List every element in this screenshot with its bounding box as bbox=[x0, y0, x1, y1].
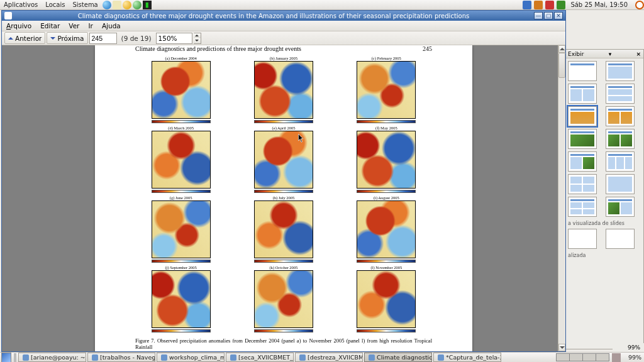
map-label: (a) December 2004 bbox=[165, 56, 197, 60]
layout-thumb[interactable] bbox=[606, 61, 635, 81]
clock[interactable]: Sáb 25 Mai, 19:50 bbox=[567, 1, 631, 8]
panel-menu-places[interactable]: Locais bbox=[42, 1, 69, 8]
tray-icon[interactable] bbox=[557, 1, 565, 9]
layout-thumb[interactable] bbox=[568, 229, 597, 249]
layout-thumb[interactable] bbox=[568, 197, 597, 217]
help-launcher-icon[interactable] bbox=[123, 1, 131, 9]
task-label: workshop_clima_maio… bbox=[169, 354, 225, 361]
menu-view[interactable]: Ver bbox=[64, 22, 84, 30]
page-number-input[interactable] bbox=[89, 33, 117, 44]
window-titlebar[interactable]: Climate diagnostics of three major droug… bbox=[2, 11, 565, 21]
document-viewport[interactable]: Climate diagnostics and predictions of t… bbox=[2, 45, 565, 351]
colorbar bbox=[254, 329, 313, 332]
workspace-switcher[interactable] bbox=[557, 353, 609, 361]
arrow-up-icon bbox=[8, 37, 13, 40]
app-icon bbox=[92, 354, 98, 361]
colorbar bbox=[254, 190, 313, 193]
maximize-button[interactable]: ▢ bbox=[544, 12, 553, 19]
task-btn[interactable]: [destreza_XVIICBMET_… bbox=[295, 353, 363, 362]
task-btn[interactable]: [seca_XVIICBMET_201… bbox=[226, 353, 294, 362]
map-panel bbox=[152, 131, 211, 189]
vertical-scrollbar[interactable] bbox=[558, 45, 565, 351]
close-icon[interactable]: × bbox=[636, 51, 641, 57]
figure-caption: Figure 7. Observed precipitation anomali… bbox=[135, 337, 432, 350]
map-panel bbox=[152, 270, 211, 328]
layout-thumb[interactable] bbox=[568, 174, 597, 194]
mail-launcher-icon[interactable] bbox=[113, 1, 121, 9]
impress-task-pane: Exibir ▾ × a visualizada de slides aliza… bbox=[565, 49, 644, 349]
zoom-combo[interactable]: 150% bbox=[156, 33, 192, 44]
task-btn[interactable]: [trabalhos - Navegad… bbox=[87, 353, 155, 362]
minimize-button[interactable]: — bbox=[534, 12, 543, 19]
layout-thumb[interactable] bbox=[606, 84, 635, 104]
map-label: (l) November 2005 bbox=[370, 265, 402, 270]
task-btn[interactable]: *Captura_de_tela-3.p… bbox=[433, 353, 501, 362]
scroll-thumb[interactable] bbox=[558, 53, 565, 78]
show-desktop-button[interactable] bbox=[1, 353, 11, 363]
next-page-button[interactable]: Próxima bbox=[47, 32, 87, 44]
colorbar bbox=[357, 190, 416, 193]
prev-page-button[interactable]: Anterior bbox=[4, 32, 45, 44]
scroll-up-button[interactable] bbox=[558, 45, 565, 53]
colorbar bbox=[357, 329, 416, 332]
impress-zoom-status: 99% bbox=[613, 343, 644, 352]
task-btn[interactable]: workshop_clima_maio… bbox=[157, 353, 225, 362]
layout-thumb[interactable] bbox=[568, 106, 597, 126]
layout-thumb[interactable] bbox=[606, 151, 635, 172]
layout-thumb[interactable] bbox=[568, 151, 597, 172]
terminal-launcher-icon[interactable]: ▮ bbox=[143, 1, 152, 9]
task-btn[interactable]: [ariane@poayu: ~/Dr… bbox=[18, 353, 86, 362]
app-icon bbox=[161, 354, 167, 361]
menu-go[interactable]: Ir bbox=[84, 22, 97, 30]
layout-thumb[interactable] bbox=[606, 197, 635, 217]
evince-window: Climate diagnostics of three major droug… bbox=[1, 10, 566, 352]
layout-thumb[interactable] bbox=[568, 129, 597, 149]
layout-thumb[interactable] bbox=[606, 129, 635, 149]
trash-icon[interactable] bbox=[612, 353, 621, 362]
panel-menu-system[interactable]: Sistema bbox=[69, 1, 101, 8]
shutdown-icon[interactable] bbox=[635, 1, 644, 9]
zoom-decrease-button[interactable] bbox=[194, 38, 201, 43]
layout-thumb[interactable] bbox=[606, 229, 635, 249]
tray-icon[interactable] bbox=[545, 1, 554, 9]
app-icon bbox=[369, 354, 375, 361]
colorbar bbox=[254, 260, 313, 263]
task-label: *Captura_de_tela-3.p… bbox=[446, 354, 501, 361]
tray-icon[interactable] bbox=[534, 1, 543, 9]
tray-icon[interactable] bbox=[523, 1, 531, 9]
scroll-down-button[interactable] bbox=[558, 344, 565, 351]
menu-file[interactable]: Arquivo bbox=[2, 22, 36, 30]
map-panel bbox=[152, 200, 211, 258]
zoom-increase-button[interactable] bbox=[194, 33, 201, 38]
arrow-down-icon bbox=[50, 37, 55, 40]
colorbar bbox=[152, 260, 211, 263]
impress-header-dropdown-icon[interactable]: ▾ bbox=[609, 51, 612, 57]
browser-launcher-icon[interactable] bbox=[103, 1, 111, 9]
close-button[interactable]: ✕ bbox=[554, 12, 563, 19]
task-label: [seca_XVIICBMET_201… bbox=[238, 354, 294, 361]
task-label: [trabalhos - Navegad… bbox=[100, 354, 155, 361]
menu-edit[interactable]: Editar bbox=[36, 22, 64, 30]
task-label: Climate diagnostics of… bbox=[377, 354, 432, 361]
layout-thumb[interactable] bbox=[606, 106, 635, 126]
impress-section-label: alizada bbox=[568, 253, 641, 258]
running-head: Climate diagnostics and predictions of t… bbox=[135, 45, 301, 52]
gnome-taskbar: [ariane@poayu: ~/Dr… [trabalhos - Navega… bbox=[0, 352, 644, 362]
map-label: (h) July 2005 bbox=[273, 195, 295, 200]
impress-layout-pane: a visualizada de slides alizada bbox=[565, 58, 643, 349]
map-panel bbox=[357, 200, 416, 258]
panel-menu-apps[interactable]: Aplicativos bbox=[0, 1, 42, 8]
menu-file-label: rquivo bbox=[11, 22, 31, 30]
next-page-label: Próxima bbox=[57, 35, 84, 42]
prev-page-label: Anterior bbox=[15, 35, 42, 42]
map-panel bbox=[254, 131, 313, 189]
layout-thumb[interactable] bbox=[568, 84, 597, 104]
menu-help[interactable]: Ajuda bbox=[97, 22, 125, 30]
task-btn[interactable]: Climate diagnostics of… bbox=[364, 353, 432, 362]
app-icon bbox=[230, 354, 236, 361]
updates-launcher-icon[interactable] bbox=[133, 1, 142, 9]
layout-thumb[interactable] bbox=[568, 61, 597, 81]
layout-thumb[interactable] bbox=[606, 174, 635, 194]
colorbar bbox=[152, 120, 211, 123]
scroll-track[interactable] bbox=[558, 53, 565, 344]
